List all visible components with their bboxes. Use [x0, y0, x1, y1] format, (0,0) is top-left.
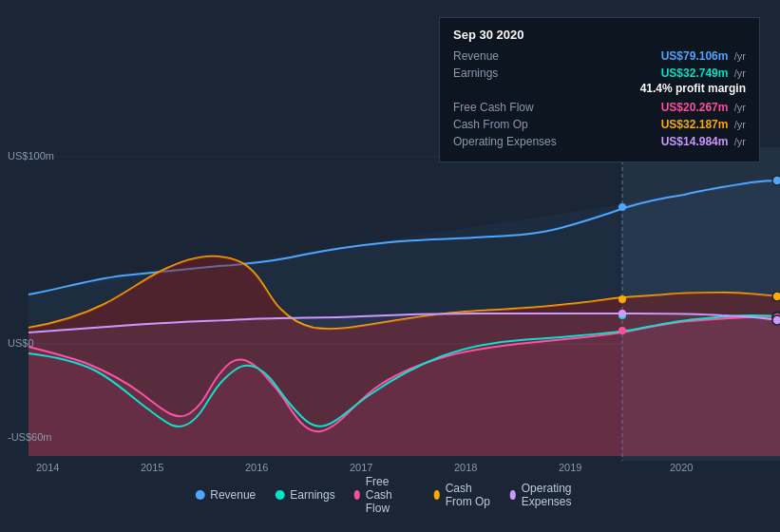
x-label-2017: 2017 [350, 462, 372, 473]
legend-revenue[interactable]: Revenue [195, 488, 256, 502]
tooltip-profit-margin: 41.4% profit margin [640, 82, 746, 95]
legend-earnings-label: Earnings [290, 488, 334, 502]
revenue-end-dot [772, 176, 780, 185]
tooltip-cashop-row: Cash From Op US$32.187m /yr [453, 118, 746, 131]
tooltip-cashop-label: Cash From Op [453, 118, 567, 131]
legend-fcf[interactable]: Free Cash Flow [354, 475, 415, 515]
tooltip-opex-value: US$14.984m [661, 135, 729, 148]
opex-cursor-dot [618, 310, 626, 317]
tooltip-earnings-label: Earnings [453, 66, 567, 80]
y-label-neg60m: -US$60m [8, 431, 51, 443]
tooltip-opex-label: Operating Expenses [453, 135, 567, 148]
legend-opex-label: Operating Expenses [522, 482, 585, 508]
cashop-end-dot [772, 292, 780, 301]
legend-earnings[interactable]: Earnings [275, 488, 334, 502]
tooltip-profit-margin-row: 41.4% profit margin [453, 82, 746, 95]
y-label-0: US$0 [8, 337, 34, 349]
x-label-2016: 2016 [245, 462, 268, 473]
x-label-2014: 2014 [36, 462, 59, 473]
legend-opex[interactable]: Operating Expenses [510, 482, 585, 508]
tooltip-revenue-unit: /yr [734, 50, 746, 62]
x-label-2015: 2015 [141, 462, 163, 473]
data-tooltip: Sep 30 2020 Revenue US$79.106m /yr Earni… [439, 17, 760, 162]
legend-cashop[interactable]: Cash From Op [434, 482, 491, 508]
y-label-100m: US$100m [8, 150, 54, 162]
tooltip-earnings-unit: /yr [734, 67, 746, 79]
legend-revenue-dot [195, 490, 204, 500]
legend-opex-dot [510, 490, 516, 500]
cashop-cursor-dot [618, 295, 626, 303]
revenue-cursor-dot [618, 203, 626, 211]
tooltip-opex-unit: /yr [734, 136, 746, 147]
legend-earnings-dot [275, 490, 284, 500]
tooltip-revenue-label: Revenue [453, 49, 567, 63]
tooltip-date: Sep 30 2020 [453, 28, 746, 42]
tooltip-fcf-label: Free Cash Flow [453, 101, 567, 114]
legend-fcf-label: Free Cash Flow [366, 475, 415, 515]
fcf-cursor-dot [618, 327, 626, 334]
chart-legend: Revenue Earnings Free Cash Flow Cash Fro… [195, 475, 585, 515]
tooltip-revenue-row: Revenue US$79.106m /yr [453, 49, 746, 63]
opex-fill [29, 314, 780, 456]
x-label-2019: 2019 [559, 462, 581, 473]
opex-end-dot [772, 315, 780, 325]
tooltip-opex-row: Operating Expenses US$14.984m /yr [453, 135, 746, 148]
x-label-2018: 2018 [454, 462, 477, 473]
tooltip-cashop-value: US$32.187m [661, 118, 729, 131]
tooltip-fcf-value: US$20.267m [661, 101, 729, 114]
tooltip-cashop-unit: /yr [734, 119, 746, 130]
tooltip-earnings-row: Earnings US$32.749m /yr [453, 66, 746, 80]
tooltip-fcf-row: Free Cash Flow US$20.267m /yr [453, 101, 746, 114]
legend-fcf-dot [354, 490, 360, 500]
legend-revenue-label: Revenue [210, 488, 256, 502]
legend-cashop-label: Cash From Op [446, 482, 491, 508]
tooltip-fcf-unit: /yr [734, 102, 746, 113]
tooltip-revenue-value: US$79.106m [661, 49, 729, 63]
legend-cashop-dot [434, 490, 440, 500]
x-label-2020: 2020 [670, 462, 693, 473]
tooltip-earnings-value: US$32.749m [661, 66, 729, 80]
